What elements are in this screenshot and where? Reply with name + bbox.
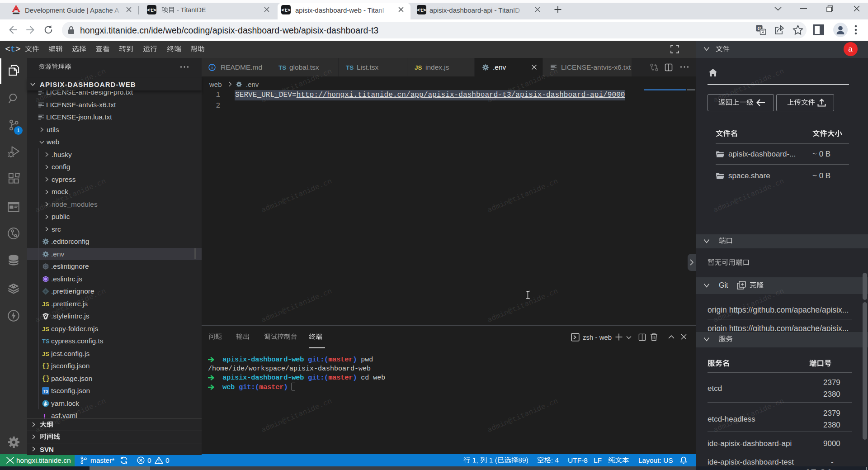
svg-text:<t>: <t>: [282, 8, 291, 13]
svg-text:<t>: <t>: [417, 8, 426, 13]
svg-text:TS: TS: [43, 389, 48, 394]
svg-text:<t>: <t>: [147, 8, 156, 13]
